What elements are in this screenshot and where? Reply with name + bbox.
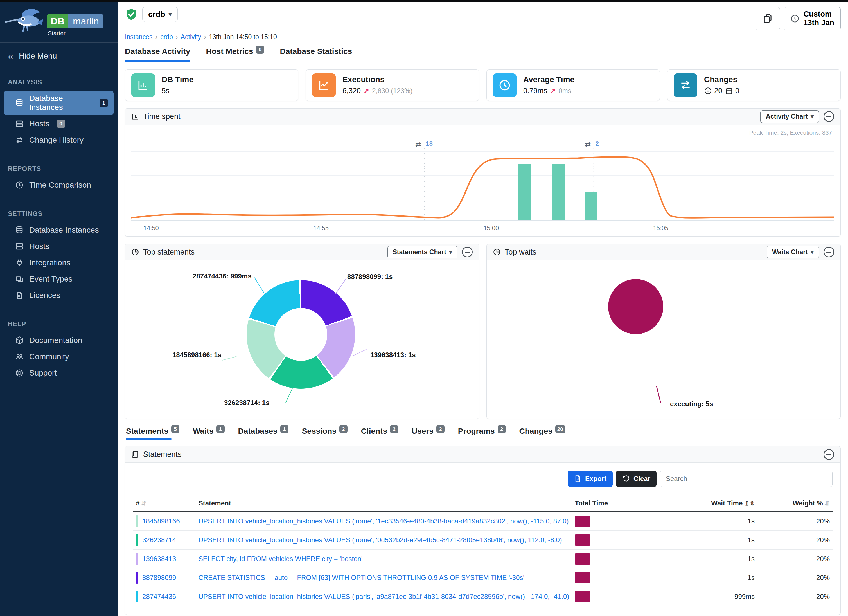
collapse-panel-button[interactable] xyxy=(462,247,473,257)
tab-changes[interactable]: Changes20 xyxy=(519,427,565,440)
brand-marlin: marlin xyxy=(68,14,104,28)
sidebar-item-hosts[interactable]: Hosts 0 xyxy=(4,116,114,132)
change-marker-icon[interactable]: ⇄ xyxy=(585,140,591,148)
tab-badge: 2 xyxy=(390,425,398,433)
time-range-button[interactable]: Custom13th Jan xyxy=(784,7,841,30)
slice-label[interactable]: executing: 5s xyxy=(670,400,713,408)
sidebar-item-database-instances[interactable]: Database Instances 1 xyxy=(4,91,114,115)
nav-section-help: HELP Documentation Community Support xyxy=(0,311,117,383)
sort-icon[interactable]: ⇵ xyxy=(825,500,830,507)
sort-icon-active[interactable]: ↥⇳ xyxy=(744,500,755,507)
nav-section-title: REPORTS xyxy=(0,163,117,177)
sidebar-item-integrations[interactable]: Integrations xyxy=(4,255,114,270)
top-tab-bar: Database Activity Host Metrics0 Database… xyxy=(117,41,848,62)
statements-donut[interactable] xyxy=(246,280,355,389)
breadcrumb-crdb[interactable]: crdb xyxy=(160,33,173,41)
detail-tab-bar: Statements5 Waits1 Databases1 Sessions2 … xyxy=(125,426,841,440)
statement-id-link[interactable]: 887898099 xyxy=(142,574,176,582)
statements-donut-chart[interactable]: 287474436: 999ms 887898099: 1s 139638413… xyxy=(125,260,479,419)
tab-clients[interactable]: Clients2 xyxy=(361,427,398,440)
statement-id-link[interactable]: 139638413 xyxy=(142,555,176,563)
clear-button[interactable]: Clear xyxy=(616,471,657,487)
tab-database-activity[interactable]: Database Activity xyxy=(125,47,190,62)
tab-users[interactable]: Users2 xyxy=(412,427,445,440)
tab-sessions[interactable]: Sessions2 xyxy=(302,427,347,440)
waits-chart-select[interactable]: Waits Chart▾ xyxy=(767,246,819,258)
instance-name: crdb xyxy=(148,10,165,19)
sidebar-item-support[interactable]: Support xyxy=(4,365,114,381)
brand-wordmark[interactable]: DBmarlin xyxy=(47,14,104,28)
sidebar-item-documentation[interactable]: Documentation xyxy=(4,332,114,348)
total-time-bar xyxy=(575,516,590,527)
table-row: 139638413 SELECT city, id FROM vehicles … xyxy=(133,550,833,569)
col-header-weight[interactable]: Weight %⇵ xyxy=(758,495,833,512)
col-header-total-time[interactable]: Total Time xyxy=(572,495,652,512)
statement-id-link[interactable]: 1845898166 xyxy=(142,517,180,525)
kpi-average-time: Average Time 0.79ms↗0ms xyxy=(486,70,660,101)
slice-label[interactable]: 139638413: 1s xyxy=(370,351,415,359)
instance-selector[interactable]: crdb ▾ xyxy=(142,7,178,22)
sidebar-item-change-history[interactable]: Change History xyxy=(4,132,114,148)
sidebar-item-community[interactable]: Community xyxy=(4,349,114,365)
total-time-bar xyxy=(575,572,590,583)
statement-id-link[interactable]: 287474436 xyxy=(142,593,176,601)
export-button[interactable]: Export xyxy=(568,471,613,487)
tab-waits[interactable]: Waits1 xyxy=(193,427,225,440)
statements-chart-select[interactable]: Statements Chart▾ xyxy=(387,246,457,258)
sidebar-item-label: Database Instances xyxy=(29,226,99,235)
tab-database-statistics[interactable]: Database Statistics xyxy=(280,47,352,62)
copy-link-button[interactable] xyxy=(756,7,780,30)
sidebar-item-label: Community xyxy=(29,352,69,361)
collapse-panel-button[interactable] xyxy=(824,247,834,257)
time-spent-chart[interactable]: Peak Time: 2s, Executions: 837 ⇄ 18 ⇄ 2 xyxy=(125,125,841,236)
statement-id-link[interactable]: 326238714 xyxy=(142,536,176,544)
statement-text-link[interactable]: UPSERT INTO vehicle_location_histories V… xyxy=(199,593,569,600)
peak-label: Peak Time: 2s, Executions: 837 xyxy=(749,129,832,136)
sidebar-item-settings-hosts[interactable]: Hosts xyxy=(4,239,114,254)
plug-icon xyxy=(15,258,24,267)
collapse-panel-button[interactable] xyxy=(824,449,834,460)
sidebar-item-settings-database-instances[interactable]: Database Instances xyxy=(4,222,114,238)
info-icon xyxy=(704,87,712,95)
tab-programs[interactable]: Programs2 xyxy=(458,427,506,440)
sidebar-item-event-types[interactable]: Event Types xyxy=(4,271,114,287)
sort-icon[interactable]: ⇵ xyxy=(141,500,146,507)
col-header-id[interactable]: #⇵ xyxy=(133,495,196,512)
activity-chart-select[interactable]: Activity Chart▾ xyxy=(760,110,819,123)
tab-host-metrics[interactable]: Host Metrics0 xyxy=(206,47,264,62)
kpi-title: DB Time xyxy=(162,75,193,84)
waits-donut[interactable] xyxy=(608,279,663,334)
statement-text-link[interactable]: CREATE STATISTICS __auto__ FROM [63] WIT… xyxy=(199,574,524,581)
sidebar-item-licences[interactable]: Licences xyxy=(4,288,114,303)
top-waits-panel: Top waits Waits Chart▾ executing: 5s xyxy=(486,244,841,419)
change-marker-icon[interactable]: ⇄ xyxy=(415,140,421,148)
statement-text-link[interactable]: UPSERT INTO vehicle_location_histories V… xyxy=(199,536,562,544)
breadcrumb-activity[interactable]: Activity xyxy=(181,33,201,41)
col-header-statement[interactable]: Statement xyxy=(196,495,572,512)
waits-donut-chart[interactable]: executing: 5s xyxy=(487,260,841,419)
slice-label[interactable]: 287474436: 999ms xyxy=(193,272,252,280)
table-toolbar: Export Clear xyxy=(133,471,833,487)
box-icon xyxy=(15,336,24,344)
kpi-db-time: DB Time 5s xyxy=(125,70,298,101)
nav-section-title: SETTINGS xyxy=(0,208,117,222)
collapse-panel-button[interactable] xyxy=(824,111,834,122)
tab-statements[interactable]: Statements5 xyxy=(126,427,179,440)
table-row: 1845898166 UPSERT INTO vehicle_location_… xyxy=(133,512,833,531)
statement-text-link[interactable]: SELECT city, id FROM vehicles WHERE city… xyxy=(199,555,363,563)
tab-databases[interactable]: Databases1 xyxy=(238,427,289,440)
server-icon xyxy=(15,120,24,128)
slice-label[interactable]: 887898099: 1s xyxy=(347,273,393,281)
copy-icon xyxy=(762,13,773,24)
breadcrumb-instances[interactable]: Instances xyxy=(125,33,153,41)
nav-section-settings: SETTINGS Database Instances Hosts Integr… xyxy=(0,201,117,306)
slice-label[interactable]: 326238714: 1s xyxy=(224,399,269,407)
hide-menu-button[interactable]: « Hide Menu xyxy=(0,43,117,70)
slice-label[interactable]: 1845898166: 1s xyxy=(172,351,222,359)
sidebar-item-label: Licences xyxy=(29,291,61,300)
statement-text-link[interactable]: UPSERT INTO vehicle_location_histories V… xyxy=(199,517,569,525)
col-header-wait-time[interactable]: Wait Time↥⇳ xyxy=(652,495,758,512)
search-input[interactable] xyxy=(660,471,833,487)
nav-section-reports: REPORTS Time Comparison xyxy=(0,156,117,195)
sidebar-item-time-comparison[interactable]: Time Comparison xyxy=(4,177,114,193)
